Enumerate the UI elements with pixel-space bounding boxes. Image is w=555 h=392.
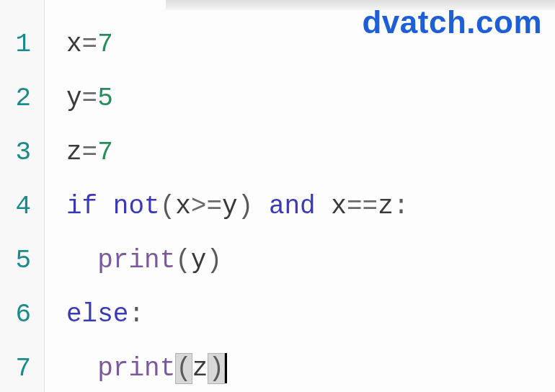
code-line[interactable]: y=5	[66, 71, 555, 125]
keyword-token: if	[66, 192, 97, 221]
code-line[interactable]: else:	[66, 288, 555, 342]
paren-token: (	[175, 353, 192, 384]
colon-token: :	[128, 300, 144, 329]
keyword-token: not	[113, 192, 160, 221]
paren-token: )	[206, 246, 222, 275]
code-line[interactable]: print(y)	[66, 233, 555, 288]
line-number: 3	[0, 125, 31, 179]
function-token: print	[97, 246, 175, 275]
paren-token: )	[238, 192, 254, 221]
variable-token: x	[331, 192, 347, 221]
function-token: print	[97, 354, 175, 383]
keyword-token: else	[66, 300, 128, 329]
operator-token: =	[82, 30, 98, 59]
code-line[interactable]: print(z)	[66, 342, 555, 392]
code-area[interactable]: x=7 y=5 z=7 if not(x>=y) and x==z: print…	[45, 0, 555, 392]
operator-token: =	[82, 138, 98, 167]
paren-token: (	[175, 246, 191, 275]
line-number: 7	[0, 342, 31, 392]
watermark-text: dvatch.com	[362, 4, 542, 40]
number-token: 5	[97, 84, 113, 113]
line-number: 5	[0, 233, 31, 288]
number-token: 7	[97, 138, 113, 167]
line-number: 1	[0, 17, 31, 71]
text-cursor	[225, 353, 227, 383]
line-number: 4	[0, 179, 31, 233]
paren-token: (	[160, 192, 176, 221]
line-number-gutter: 1 2 3 4 5 6 7	[0, 0, 45, 392]
code-editor[interactable]: 1 2 3 4 5 6 7 x=7 y=5 z=7 if not(x>=y) a…	[0, 0, 555, 392]
line-number: 6	[0, 288, 31, 342]
variable-token: x	[175, 192, 191, 221]
keyword-token: and	[269, 192, 316, 221]
variable-token: y	[66, 84, 82, 113]
number-token: 7	[97, 30, 113, 59]
code-line[interactable]: z=7	[66, 125, 555, 179]
operator-token: =	[82, 84, 98, 113]
variable-token: y	[222, 192, 238, 221]
operator-token: ==	[347, 192, 378, 221]
variable-token: z	[66, 138, 82, 167]
colon-token: :	[394, 192, 409, 221]
line-number: 2	[0, 71, 31, 125]
variable-token: z	[192, 354, 208, 383]
operator-token: >=	[191, 192, 222, 221]
variable-token: y	[191, 246, 207, 275]
variable-token: x	[66, 30, 82, 59]
paren-token: )	[208, 353, 225, 384]
variable-token: z	[378, 192, 394, 221]
code-line[interactable]: if not(x>=y) and x==z:	[66, 179, 555, 233]
